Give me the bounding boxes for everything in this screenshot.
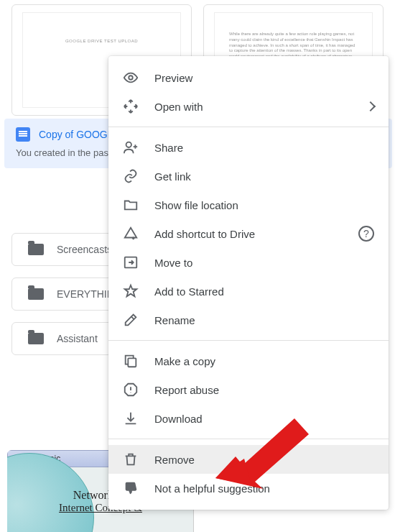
menu-item-get-link[interactable]: Get link	[108, 162, 389, 191]
folder-icon	[28, 333, 44, 344]
folder-outline-icon	[123, 197, 139, 213]
menu-item-move-to[interactable]: Move to	[108, 248, 389, 277]
report-icon	[123, 382, 139, 398]
menu-item-show-location[interactable]: Show file location	[108, 191, 389, 219]
context-menu: Preview Open with Share Get link Show fi…	[108, 56, 389, 510]
menu-item-share[interactable]: Share	[108, 133, 389, 162]
menu-item-label: Not a helpful suggestion	[154, 482, 374, 495]
folder-icon	[28, 288, 44, 300]
menu-item-label: Report abuse	[154, 384, 374, 396]
menu-item-open-with[interactable]: Open with	[108, 92, 389, 121]
menu-separator	[108, 127, 389, 127]
menu-item-add-shortcut[interactable]: Add shortcut to Drive ?	[108, 219, 389, 248]
help-icon[interactable]: ?	[358, 226, 374, 242]
download-icon	[123, 411, 139, 426]
chevron-right-icon	[366, 101, 376, 111]
star-icon	[123, 283, 139, 299]
menu-item-not-helpful[interactable]: Not a helpful suggestion	[108, 474, 389, 503]
menu-item-label: Preview	[154, 72, 374, 84]
menu-item-label: Open with	[154, 101, 351, 113]
pencil-icon	[123, 312, 139, 328]
eye-icon	[123, 70, 139, 86]
menu-item-label: Share	[154, 142, 374, 154]
menu-item-make-copy[interactable]: Make a copy	[108, 347, 389, 375]
menu-item-label: Download	[154, 413, 374, 425]
menu-separator	[108, 439, 389, 439]
menu-item-label: Get link	[154, 170, 374, 183]
folder-icon	[28, 244, 44, 255]
menu-item-remove[interactable]: Remove	[108, 445, 389, 474]
menu-item-add-starred[interactable]: Add to Starred	[108, 277, 389, 306]
link-icon	[123, 168, 139, 184]
move-to-icon	[123, 254, 139, 270]
menu-item-preview[interactable]: Preview	[108, 63, 389, 92]
drive-shortcut-icon	[123, 226, 139, 242]
menu-item-label: Make a copy	[154, 355, 374, 367]
open-with-icon	[123, 98, 139, 114]
svg-point-0	[129, 75, 133, 80]
thumb-down-icon	[123, 480, 139, 496]
svg-rect-3	[128, 358, 136, 367]
menu-item-report-abuse[interactable]: Report abuse	[108, 375, 389, 404]
menu-separator	[108, 340, 389, 341]
copy-icon	[123, 353, 139, 369]
folder-name: Screencasts	[57, 244, 112, 255]
svg-point-1	[126, 142, 131, 147]
folder-name: Assistant	[57, 333, 98, 344]
menu-item-label: Add shortcut to Drive	[154, 228, 343, 240]
menu-item-label: Show file location	[154, 199, 374, 211]
menu-item-rename[interactable]: Rename	[108, 306, 389, 334]
menu-item-label: Move to	[154, 257, 374, 269]
menu-item-label: Add to Starred	[154, 285, 374, 298]
menu-item-download[interactable]: Download	[108, 404, 389, 433]
person-add-icon	[123, 139, 139, 155]
docs-icon	[16, 127, 30, 142]
menu-item-label: Rename	[154, 314, 374, 326]
trash-icon	[123, 451, 139, 467]
menu-item-label: Remove	[154, 454, 374, 466]
